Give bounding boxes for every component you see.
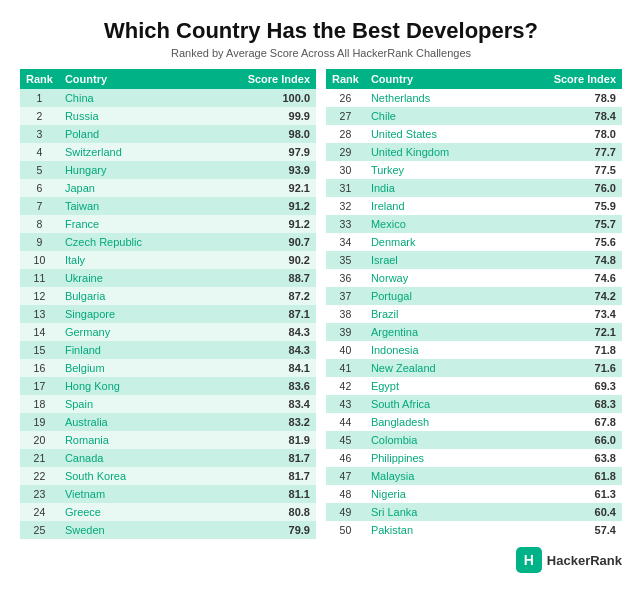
table-row: 36Norway74.6 <box>326 269 622 287</box>
score-cell: 57.4 <box>506 521 622 539</box>
page-subtitle: Ranked by Average Score Across All Hacke… <box>171 47 471 59</box>
rank-cell: 40 <box>326 341 365 359</box>
table-row: 13Singapore87.1 <box>20 305 316 323</box>
country-cell: United Kingdom <box>365 143 506 161</box>
country-cell: New Zealand <box>365 359 506 377</box>
right-table: Rank Country Score Index 26Netherlands78… <box>326 69 622 539</box>
country-cell: Sweden <box>59 521 199 539</box>
score-cell: 83.4 <box>199 395 316 413</box>
country-cell: Ukraine <box>59 269 199 287</box>
score-cell: 91.2 <box>199 197 316 215</box>
table-row: 48Nigeria61.3 <box>326 485 622 503</box>
table-row: 40Indonesia71.8 <box>326 341 622 359</box>
table-row: 11Ukraine88.7 <box>20 269 316 287</box>
score-cell: 75.9 <box>506 197 622 215</box>
table-row: 39Argentina72.1 <box>326 323 622 341</box>
country-cell: Bulgaria <box>59 287 199 305</box>
country-cell: Poland <box>59 125 199 143</box>
score-cell: 78.0 <box>506 125 622 143</box>
left-header-country: Country <box>59 69 199 89</box>
rank-cell: 43 <box>326 395 365 413</box>
score-cell: 81.1 <box>199 485 316 503</box>
rank-cell: 23 <box>20 485 59 503</box>
rank-cell: 45 <box>326 431 365 449</box>
footer: H HackerRank <box>20 547 622 573</box>
country-cell: Sri Lanka <box>365 503 506 521</box>
table-row: 37Portugal74.2 <box>326 287 622 305</box>
table-row: 46Philippines63.8 <box>326 449 622 467</box>
country-cell: Denmark <box>365 233 506 251</box>
country-cell: Czech Republic <box>59 233 199 251</box>
rank-cell: 38 <box>326 305 365 323</box>
table-row: 20Romania81.9 <box>20 431 316 449</box>
rank-cell: 19 <box>20 413 59 431</box>
country-cell: Germany <box>59 323 199 341</box>
right-header-country: Country <box>365 69 506 89</box>
table-row: 26Netherlands78.9 <box>326 89 622 107</box>
country-cell: Colombia <box>365 431 506 449</box>
country-cell: Romania <box>59 431 199 449</box>
rank-cell: 33 <box>326 215 365 233</box>
score-cell: 98.0 <box>199 125 316 143</box>
rank-cell: 11 <box>20 269 59 287</box>
country-cell: Philippines <box>365 449 506 467</box>
country-cell: Egypt <box>365 377 506 395</box>
rank-cell: 34 <box>326 233 365 251</box>
rank-cell: 1 <box>20 89 59 107</box>
country-cell: Ireland <box>365 197 506 215</box>
table-row: 9Czech Republic90.7 <box>20 233 316 251</box>
country-cell: South Korea <box>59 467 199 485</box>
rank-cell: 24 <box>20 503 59 521</box>
rank-cell: 41 <box>326 359 365 377</box>
table-row: 45Colombia66.0 <box>326 431 622 449</box>
table-row: 25Sweden79.9 <box>20 521 316 539</box>
rank-cell: 32 <box>326 197 365 215</box>
page-title: Which Country Has the Best Developers? <box>104 18 538 44</box>
score-cell: 99.9 <box>199 107 316 125</box>
rank-cell: 35 <box>326 251 365 269</box>
rank-cell: 5 <box>20 161 59 179</box>
score-cell: 72.1 <box>506 323 622 341</box>
score-cell: 73.4 <box>506 305 622 323</box>
table-row: 33Mexico75.7 <box>326 215 622 233</box>
rank-cell: 3 <box>20 125 59 143</box>
rank-cell: 12 <box>20 287 59 305</box>
country-cell: Portugal <box>365 287 506 305</box>
country-cell: Italy <box>59 251 199 269</box>
table-row: 19Australia83.2 <box>20 413 316 431</box>
country-cell: Norway <box>365 269 506 287</box>
country-cell: Belgium <box>59 359 199 377</box>
rank-cell: 36 <box>326 269 365 287</box>
score-cell: 83.2 <box>199 413 316 431</box>
country-cell: Japan <box>59 179 199 197</box>
country-cell: Australia <box>59 413 199 431</box>
table-row: 31India76.0 <box>326 179 622 197</box>
score-cell: 84.1 <box>199 359 316 377</box>
score-cell: 90.2 <box>199 251 316 269</box>
country-cell: France <box>59 215 199 233</box>
table-row: 47Malaysia61.8 <box>326 467 622 485</box>
country-cell: Turkey <box>365 161 506 179</box>
logo-text: HackerRank <box>547 553 622 568</box>
rank-cell: 37 <box>326 287 365 305</box>
table-row: 43South Africa68.3 <box>326 395 622 413</box>
score-cell: 80.8 <box>199 503 316 521</box>
table-row: 35Israel74.8 <box>326 251 622 269</box>
table-row: 24Greece80.8 <box>20 503 316 521</box>
table-row: 3Poland98.0 <box>20 125 316 143</box>
country-cell: Israel <box>365 251 506 269</box>
country-cell: Malaysia <box>365 467 506 485</box>
score-cell: 84.3 <box>199 323 316 341</box>
score-cell: 74.8 <box>506 251 622 269</box>
score-cell: 61.3 <box>506 485 622 503</box>
table-row: 42Egypt69.3 <box>326 377 622 395</box>
rank-cell: 7 <box>20 197 59 215</box>
table-row: 15Finland84.3 <box>20 341 316 359</box>
rank-cell: 4 <box>20 143 59 161</box>
table-row: 5Hungary93.9 <box>20 161 316 179</box>
table-row: 29United Kingdom77.7 <box>326 143 622 161</box>
table-row: 12Bulgaria87.2 <box>20 287 316 305</box>
rank-cell: 22 <box>20 467 59 485</box>
rank-cell: 31 <box>326 179 365 197</box>
score-cell: 66.0 <box>506 431 622 449</box>
